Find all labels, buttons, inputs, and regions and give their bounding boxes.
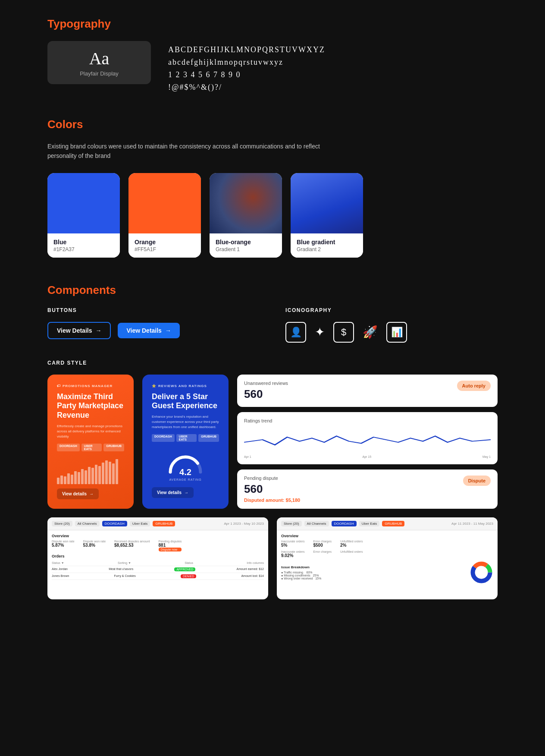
- rating-label: AVERAGE RATING: [152, 478, 219, 481]
- bar-7: [78, 472, 80, 484]
- review-tag: ⭐ REVIEWS AND RATINGS: [152, 384, 219, 388]
- dispute-title: Pending dispute: [244, 476, 300, 481]
- color-name-blue: Blue: [53, 239, 114, 246]
- inaccurate-orders: Inaccurate orders 5%: [281, 540, 304, 548]
- stat-row-2: Inaccurate orders 5% Error charges $500 …: [281, 540, 493, 548]
- gauge-container: 4.2 AVERAGE RATING: [152, 450, 219, 481]
- review-platform-grubhub: GRUBHUB: [198, 434, 219, 442]
- status-col: Status ▼: [52, 561, 64, 564]
- amount-2: Amount lost: $14: [241, 574, 264, 578]
- review-view-details-button[interactable]: View details →: [152, 487, 194, 498]
- ratings-trend-card: Ratings trend Apr 1 Apr 15 May 1: [237, 412, 498, 464]
- color-name-gradient1: Blue-orange: [216, 239, 276, 246]
- color-swatch-orange: [128, 173, 201, 233]
- order-row-header: Status ▼ Sorting ▼ Status Info columns: [52, 560, 264, 566]
- font-uppercase: ABCDEFGHIJKLMNOPQRSTUVWXYZ: [168, 45, 325, 54]
- pending-disputes-label: Pending disputes: [159, 540, 182, 543]
- doordash-tag-1: DOORDASH: [102, 521, 127, 526]
- channel-tag-1: All Channels: [75, 521, 100, 526]
- error-charges-2: Error charges $500: [313, 540, 331, 548]
- pending-dispute-card: Pending dispute 560 Disputed amount: $5,…: [237, 469, 498, 509]
- dispute-button[interactable]: Dispute: [463, 476, 491, 486]
- ubereats-tag-2: Uber Eats: [359, 521, 380, 526]
- info-col: Info columns: [247, 561, 264, 564]
- bar-5: [71, 475, 73, 484]
- inaccurate-orders-2: Inaccurate orders 9.02%: [281, 550, 304, 558]
- font-lowercase: abcdefghijklmnopqrstuvwxyz: [168, 58, 325, 67]
- chart-icon-box: 📊: [386, 322, 407, 343]
- bar-6: [74, 471, 77, 484]
- color-hex-gradient1: Gradient 1: [216, 246, 276, 252]
- review-arrow-icon: →: [184, 490, 188, 495]
- dispute-won-value: 5.87%: [52, 543, 75, 548]
- review-tag-icon: ⭐: [152, 384, 157, 388]
- btn1-arrow-icon: →: [95, 327, 101, 334]
- received-disputes-label: Received disputes amount: [114, 540, 150, 543]
- ubereats-tag-1: Uber Eats: [130, 521, 150, 526]
- promo-card-desc: Effortlessly create and manage promotion…: [57, 424, 124, 439]
- promo-view-details-button[interactable]: View details →: [57, 488, 99, 499]
- unanswered-header: Unanswered reviews 560 Auto reply: [244, 381, 491, 401]
- person-icon-box: 👤: [285, 322, 306, 343]
- error-charges-value-2: $500: [313, 543, 331, 548]
- unanswered-number: 560: [244, 387, 288, 401]
- btn2-label: View Details: [126, 327, 161, 334]
- view-details-filled-button[interactable]: View Details →: [118, 323, 179, 338]
- buttons-col: BUTTONS View Details → View Details →: [47, 307, 260, 343]
- bar-10: [88, 467, 91, 484]
- dispute-won-rate: Dispute won rate 5.87%: [52, 540, 75, 551]
- review-platform-ubereats: UBER EATS: [176, 434, 197, 442]
- iconography-subtitle: ICONOGRAPHY: [285, 307, 498, 313]
- review-card-desc: Enhance your brand's reputation and cust…: [152, 414, 219, 430]
- auto-reply-button[interactable]: Auto reply: [457, 381, 491, 391]
- color-card-gradient2: Blue gradient Gradiant 2: [291, 173, 363, 258]
- order-row-2: Jones Brown Furry & Cookies DENIED Amoun…: [52, 573, 264, 580]
- dollar-icon-box: $: [333, 322, 354, 343]
- promo-view-details-label: View details: [62, 491, 87, 496]
- icons-row: 👤 ✦ $ 🚀 📊: [285, 322, 498, 343]
- screenshot-body-1: Overview Dispute won rate 5.87% Dispute …: [47, 530, 268, 599]
- colors-section: Colors Existing brand colours were used …: [47, 118, 498, 258]
- inaccurate-label-2: Inaccurate orders: [281, 550, 304, 553]
- color-name-orange: Orange: [135, 239, 195, 246]
- unfulfilled-orders-2: Unfulfilled orders 2%: [340, 540, 363, 548]
- dispute-amount-label: Disputed amount:: [244, 498, 285, 503]
- stat-row-3: Inaccurate orders 9.02% Error charges Un…: [281, 550, 493, 558]
- overview-label-2: Overview: [281, 534, 493, 538]
- dispute-header: Pending dispute 560 Disputed amount: $5,…: [244, 476, 491, 503]
- screenshot-header-2: Store (20) All Channels DOORDASH Uber Ea…: [277, 517, 498, 530]
- colors-description: Existing brand colours were used to main…: [47, 142, 341, 161]
- iconography-col: ICONOGRAPHY 👤 ✦ $ 🚀 📊: [285, 307, 498, 343]
- dispute-won-label: Dispute won rate: [52, 540, 75, 543]
- color-swatch-gradient1: [210, 173, 282, 233]
- buttons-subtitle: BUTTONS: [47, 307, 260, 313]
- bar-12: [95, 465, 97, 484]
- bar-4: [67, 473, 70, 484]
- view-details-outline-button[interactable]: View Details →: [47, 322, 111, 339]
- rating-value: 4.2: [152, 467, 219, 477]
- review-card: ⭐ REVIEWS AND RATINGS Deliver a 5 Star G…: [142, 375, 229, 509]
- issue-3: ● Wrong order received 15%: [281, 577, 465, 580]
- unfulfilled-label-3: Unfulfilled orders: [340, 550, 363, 553]
- order-row-1: Alex Jordan Meat that u'savors APPROVED …: [52, 566, 264, 573]
- error-charges-3: Error charges: [313, 550, 331, 558]
- overview-label-1: Overview: [52, 534, 264, 538]
- buttons-icons-row: BUTTONS View Details → View Details → IC…: [47, 307, 498, 343]
- bar-8: [81, 469, 84, 484]
- dispute-won-rate-2: Dispute won rate 53.8%: [83, 540, 106, 551]
- inaccurate-label: Inaccurate orders: [281, 540, 304, 543]
- inaccurate-value-2: 9.02%: [281, 553, 304, 558]
- review-platform-doordash: DOORDASH: [152, 434, 175, 442]
- font-preview-large: Aa: [89, 48, 110, 69]
- color-card-blue: Blue #1F2A37: [47, 173, 120, 258]
- pending-disputes: Pending disputes 881 Dispute now: [159, 540, 182, 551]
- inaccurate-value: 5%: [281, 543, 304, 548]
- trend-label-3: May 1: [482, 455, 491, 458]
- trend-title: Ratings trend: [244, 418, 491, 423]
- amount-1: Amount earned: $12: [237, 567, 264, 571]
- store-tag-1: Store (20): [52, 521, 72, 526]
- font-chars: ABCDEFGHIJKLMNOPQRSTUVWXYZ abcdefghijklm…: [168, 41, 325, 92]
- typography-title: Typography: [47, 17, 498, 31]
- bar-14: [102, 463, 104, 484]
- received-disputes-value: $8,652.53: [114, 543, 150, 548]
